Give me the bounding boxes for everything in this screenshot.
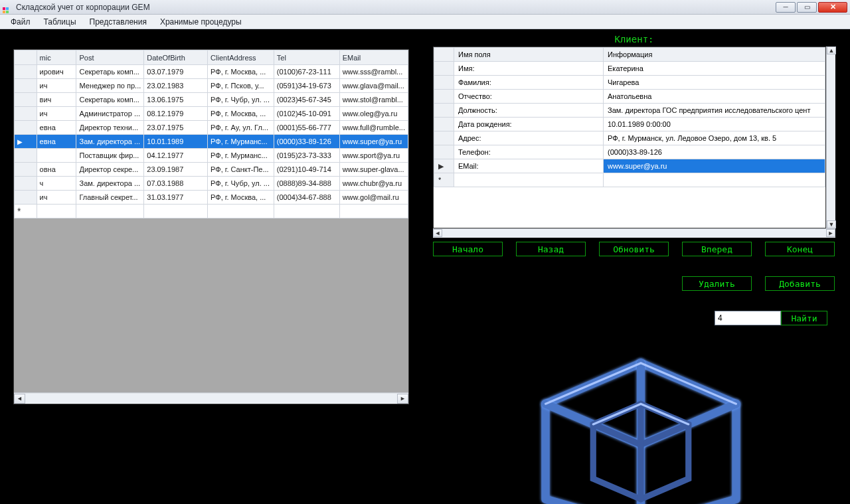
scroll-track[interactable] [25, 394, 397, 404]
nav-back-button[interactable]: Назад [516, 242, 586, 256]
cell-tel[interactable]: (0888)89-34-888 [274, 177, 339, 191]
detail-value[interactable]: Чигарева [604, 76, 825, 90]
nav-end-button[interactable]: Конец [765, 242, 835, 256]
scroll-down-icon[interactable]: ▼ [827, 220, 836, 228]
table-row[interactable]: вичСекретарь комп...13.06.1975РФ, г. Чуб… [15, 93, 408, 107]
cell-tel[interactable]: (0023)45-67-345 [274, 93, 339, 107]
detail-vscroll[interactable]: ▲ ▼ [826, 46, 835, 228]
cell-addr[interactable]: РФ, г. Мурманс... [208, 149, 274, 163]
cell-tel[interactable]: (0591)34-19-673 [274, 79, 339, 93]
cell-addr[interactable]: РФ, г. Ау, ул. Гл... [208, 121, 274, 135]
detail-row[interactable]: Имя:Екатерина [434, 62, 825, 76]
detail-value[interactable]: Екатерина [604, 62, 825, 76]
delete-button[interactable]: Удалить [682, 276, 752, 291]
cell-dob[interactable]: 07.03.1988 [144, 177, 208, 191]
detail-row[interactable]: Должность:Зам. директора ГОС предприятия… [434, 104, 825, 118]
table-row[interactable]: ичАдминистратор ...08.12.1979РФ, г. Моск… [15, 107, 408, 121]
empty-cell[interactable] [454, 173, 604, 187]
nav-refresh-button[interactable]: Обновить [599, 242, 669, 256]
col-email[interactable]: EMail [339, 50, 408, 65]
cell-post[interactable]: Секретарь комп... [76, 93, 144, 107]
detail-row[interactable]: ▶EMail:www.super@ya.ru [434, 159, 825, 173]
cell-mic[interactable]: евна [37, 121, 76, 135]
minimize-button[interactable]: ─ [776, 2, 796, 13]
table-row[interactable]: евнаДиректор техни...23.07.1975РФ, г. Ау… [15, 121, 408, 135]
col-tel[interactable]: Tel [274, 50, 339, 65]
menu-file[interactable]: Файл [4, 15, 37, 29]
menu-stored-procs[interactable]: Хранимые процедуры [153, 15, 248, 29]
col-addr[interactable]: ClientAddress [208, 50, 274, 65]
cell-dob[interactable]: 13.06.1975 [144, 93, 208, 107]
detail-scroll-right-icon[interactable]: ► [826, 229, 835, 237]
cell-dob[interactable]: 23.02.1983 [144, 79, 208, 93]
scroll-left-icon[interactable]: ◄ [14, 394, 25, 404]
cell-mic[interactable]: вич [37, 93, 76, 107]
cell-tel[interactable]: (0102)45-10-091 [274, 107, 339, 121]
cell-email[interactable]: www.stol@rambl... [339, 93, 408, 107]
cell-email[interactable]: www.sss@rambl... [339, 65, 408, 79]
detail-value[interactable]: Зам. директора ГОС предприятия исследова… [604, 104, 825, 118]
cell-dob[interactable]: 04.12.1977 [144, 149, 208, 163]
detail-scroll-track[interactable] [442, 229, 826, 237]
cell-addr[interactable]: РФ, г. Мурманс... [208, 135, 274, 149]
empty-cell[interactable] [339, 205, 408, 218]
cell-mic[interactable]: ирович [37, 65, 76, 79]
cell-email[interactable]: www.gol@mail.ru [339, 191, 408, 205]
cell-addr[interactable]: РФ, г. Чубр, ул. ... [208, 177, 274, 191]
empty-cell[interactable] [604, 173, 825, 187]
table-row[interactable]: ировичСекретарь комп...03.07.1979РФ, г. … [15, 65, 408, 79]
cell-mic[interactable]: овна [37, 163, 76, 177]
cell-dob[interactable]: 10.01.1989 [144, 135, 208, 149]
cell-email[interactable]: www.sport@ya.ru [339, 149, 408, 163]
menu-views[interactable]: Представления [83, 15, 153, 29]
detail-hscroll[interactable]: ◄ ► [433, 228, 835, 238]
cell-dob[interactable]: 08.12.1979 [144, 107, 208, 121]
table-row[interactable]: чЗам. директора ...07.03.1988РФ, г. Чубр… [15, 177, 408, 191]
cell-mic[interactable]: ч [37, 177, 76, 191]
search-button[interactable]: Найти [781, 311, 827, 325]
col-post[interactable]: Post [76, 50, 144, 65]
grid-hscroll[interactable]: ◄ ► [14, 392, 408, 404]
detail-col-info[interactable]: Информация [604, 48, 825, 62]
col-mic[interactable]: mic [37, 50, 76, 65]
cell-addr[interactable]: РФ, г. Москва, ... [208, 107, 274, 121]
cell-dob[interactable]: 31.03.1977 [144, 191, 208, 205]
cell-post[interactable]: Администратор ... [76, 107, 144, 121]
cell-addr[interactable]: РФ, г. Псков, у... [208, 79, 274, 93]
nav-begin-button[interactable]: Начало [433, 242, 503, 256]
cell-post[interactable]: Директор техни... [76, 121, 144, 135]
cell-mic[interactable]: ич [37, 107, 76, 121]
cell-addr[interactable]: РФ, г. Чубр, ул. ... [208, 93, 274, 107]
cell-addr[interactable]: РФ, г. Москва, ... [208, 191, 274, 205]
col-dob[interactable]: DateOfBirth [144, 50, 208, 65]
new-row[interactable]: * [15, 205, 408, 218]
empty-cell[interactable] [37, 205, 76, 218]
scroll-up-icon[interactable]: ▲ [827, 46, 836, 54]
cell-post[interactable]: Секретарь комп... [76, 65, 144, 79]
cell-post[interactable]: Поставщик фир... [76, 149, 144, 163]
detail-grid[interactable]: Имя поля Информация Имя:ЕкатеринаФамилия… [433, 46, 826, 228]
cell-tel[interactable]: (0100)67-23-111 [274, 65, 339, 79]
empty-cell[interactable] [274, 205, 339, 218]
detail-row[interactable]: Дата рождения:10.01.1989 0:00:00 [434, 118, 825, 131]
empty-cell[interactable] [144, 205, 208, 218]
cell-email[interactable]: www.super-glava... [339, 163, 408, 177]
cell-dob[interactable]: 23.07.1975 [144, 121, 208, 135]
detail-value[interactable]: РФ, г. Мурманск, ул. Ледовое Озеро, дом … [604, 131, 825, 145]
maximize-button[interactable]: ▭ [797, 2, 817, 13]
cell-tel[interactable]: (0195)23-73-333 [274, 149, 339, 163]
cell-tel[interactable]: (0000)33-89-126 [274, 135, 339, 149]
cell-email[interactable]: www.chubr@ya.ru [339, 177, 408, 191]
cell-email[interactable]: www.oleg@ya.ru [339, 107, 408, 121]
cell-dob[interactable]: 23.09.1987 [144, 163, 208, 177]
detail-row[interactable]: Адрес:РФ, г. Мурманск, ул. Ледовое Озеро… [434, 131, 825, 145]
cell-post[interactable]: Менеджер по пр... [76, 79, 144, 93]
table-row[interactable]: ▶евнаЗам. директора ...10.01.1989РФ, г. … [15, 135, 408, 149]
cell-email[interactable]: www.full@rumble... [339, 121, 408, 135]
cell-email[interactable]: www.glava@mail... [339, 79, 408, 93]
cell-post[interactable]: Главный секрет... [76, 191, 144, 205]
vscroll-track[interactable] [827, 54, 835, 220]
nav-forward-button[interactable]: Вперед [682, 242, 752, 256]
cell-mic[interactable] [37, 149, 76, 163]
close-button[interactable]: ✕ [818, 2, 847, 13]
